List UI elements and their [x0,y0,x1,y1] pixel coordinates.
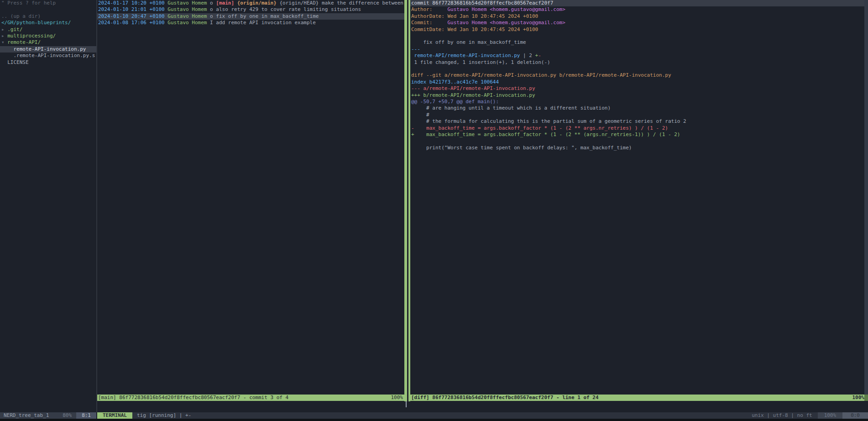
diff-line: remote-API/remote-API-invocation.py | 2 … [410,53,868,59]
text-segment: Author: [411,6,447,12]
text-segment: print("Worst case time spent on backoff … [411,145,632,151]
nerdtree-entry[interactable]: " Press ? for help [0,0,96,6]
text-segment: Gustavo Homem [167,13,210,19]
diff-line: - max_backoff_time = args.backoff_factor… [410,125,868,132]
tig-view-separator [404,0,407,401]
text-segment: diff --git a/remote-API/remote-API-invoc… [411,72,671,78]
text-segment: +++ b/remote-API/remote-API-invocation.p… [411,92,535,98]
commit-row[interactable]: 2024-01-10 20:47 +0100 Gustavo Homem o f… [97,13,404,20]
text-segment: index b4217f3..ac41c7e 100644 [411,79,499,85]
nerdtree-entry[interactable]: .remote-API-invocation.py.s [0,53,96,59]
tig-diff-scroll-percent: 100% [852,395,865,401]
cursor-position: 8:1 [76,412,96,419]
text-segment: o [210,0,216,6]
text-segment: .git/ [7,26,22,32]
diff-line: @@ -50,7 +50,7 @@ def main(): [410,99,868,105]
scroll-percent: 80% [63,412,76,419]
diff-line: # the formula for calculating this is th… [410,118,868,125]
scrollbar-thumb [864,395,868,401]
diff-line: AuthorDate: Wed Jan 10 20:47:45 2024 +01… [410,13,868,20]
text-segment: Gustavo Homem [167,6,210,12]
text-segment: 2024-01-17 10:20 +0100 [98,0,167,6]
diff-line: # are hanging until a timeout which is a… [410,105,868,111]
text-segment: 2024-01-10 21:01 +0100 [98,6,167,12]
commit-row[interactable]: 2024-01-08 17:06 +0100 Gustavo Homem I a… [97,20,404,26]
statusline-nerdtree: NERD_tree_tab_1 80% 8:1 [0,412,96,419]
vim-session: " Press ? for help.. (up a dir)</GH/pyth… [0,0,868,421]
text-segment: Commit: [411,20,447,26]
command-line[interactable] [0,419,868,421]
tig-main-view[interactable]: 2024-01-17 10:20 +0100 Gustavo Homem o [… [97,0,404,395]
text-segment: - max_backoff_time = args.backoff_factor… [411,125,668,131]
text-segment: 2024-01-10 20:47 +0100 [98,13,167,19]
tig-main-status-bar: [main] 86f772836816b54d20f8ffecfbc80567e… [97,395,404,401]
scroll-percent: 100% [818,412,843,419]
text-segment: Gustavo Homem <homem.gustavo@gmail.com> [447,6,565,12]
nerdtree-entry[interactable]: ▾ remote-API/ [0,39,96,46]
nerdtree-entry[interactable] [0,6,96,13]
terminal-title: tig [running] | +- [132,412,191,419]
diff-line [410,138,868,144]
text-segment: {origin/main} [237,0,277,6]
text-segment: commit 86f772836816b54d20f8ffecfbc80567e… [411,0,553,6]
nerdtree-entry[interactable]: LICENSE [0,59,96,66]
diff-line: fix off by one in max_backoff_time [410,39,868,46]
diff-line: # [410,112,868,118]
cursor-position: 0:0 [842,412,868,419]
diff-line: Author: Gustavo Homem <homem.gustavo@gma… [410,6,868,13]
text-segment: | 2 [520,53,535,58]
text-segment: # [411,112,429,118]
diff-line [410,66,868,72]
commit-row[interactable]: 2024-01-10 21:01 +0100 Gustavo Homem o a… [97,6,404,13]
text-segment: multiprocessing/ [7,33,56,39]
nerdtree-panel[interactable]: " Press ? for help.. (up a dir)</GH/pyth… [0,0,96,412]
text-segment: add remote API invocation example [216,20,316,26]
nerdtree-entry[interactable]: </GH/python-blueprints/ [0,20,96,26]
text-segment: .. (up a dir) [1,13,41,19]
text-segment: o [210,13,216,19]
scrollbar-track[interactable] [864,0,868,395]
nerdtree-entry[interactable]: .. (up a dir) [0,13,96,20]
text-segment: remote-API/remote-API-invocation.py [411,53,520,58]
tig-main-scroll-percent: 100% [391,395,403,401]
text-segment: [main] [216,0,234,6]
tig-diff-view[interactable]: commit 86f772836816b54d20f8ffecfbc80567e… [410,0,868,395]
text-segment: 1 file changed, 1 insertion(+), 1 deleti… [411,59,550,65]
text-segment: @@ -50,7 +50,7 @@ def main(): [411,99,499,105]
mode-indicator: TERMINAL [97,412,132,419]
diff-line: print("Worst case time spent on backoff … [410,145,868,151]
text-segment: .remote-API-invocation.py.s [1,53,95,58]
text-segment: ▸ [1,26,7,32]
text-segment: --- [411,46,420,52]
text-segment: ▾ [1,39,7,45]
text-segment: + max_backoff_time = args.backoff_factor… [411,132,680,137]
text-segment: Gustavo Homem [167,0,210,6]
tig-main-status-text: [main] 86f772836816b54d20f8ffecfbc80567e… [98,395,288,401]
text-segment: CommitDate: Wed Jan 10 20:47:45 2024 +01… [411,26,538,32]
statusline-terminal: TERMINAL tig [running] | +- unix | utf-8… [97,412,868,419]
text-segment [234,0,237,6]
diff-line: index b4217f3..ac41c7e 100644 [410,79,868,85]
text-segment: fix off by one in max_backoff_time [216,13,319,19]
nerdtree-entry[interactable]: ▸ multiprocessing/ [0,33,96,39]
text-segment: Gustavo Homem [167,20,210,26]
text-segment: 2024-01-08 17:06 +0100 [98,20,167,26]
text-segment: # are hanging until a timeout which is a… [411,105,611,111]
diff-line [410,33,868,39]
text-segment: - [538,53,541,58]
diff-line: +++ b/remote-API/remote-API-invocation.p… [410,92,868,99]
text-segment: </GH/python-blueprints/ [1,20,71,26]
text-segment: LICENSE [1,59,29,65]
text-segment: {origin/HEAD} [279,0,319,6]
text-segment: o [210,6,216,12]
nerdtree-entry[interactable]: remote-API-invocation.py [0,46,96,53]
commit-row[interactable]: 2024-01-17 10:20 +0100 Gustavo Homem o [… [97,0,404,6]
text-segment: " Press ? for help [1,0,56,6]
text-segment: make the difference between [319,0,403,6]
tig-view-separator-tail [406,401,407,407]
diff-line: commit 86f772836816b54d20f8ffecfbc80567e… [410,0,868,6]
text-segment: also retry 429 to cover rate limiting si… [216,6,361,12]
text-segment: # the formula for calculating this is th… [411,118,686,124]
nerdtree-entry[interactable]: ▸ .git/ [0,26,96,33]
diff-line: CommitDate: Wed Jan 10 20:47:45 2024 +01… [410,26,868,33]
